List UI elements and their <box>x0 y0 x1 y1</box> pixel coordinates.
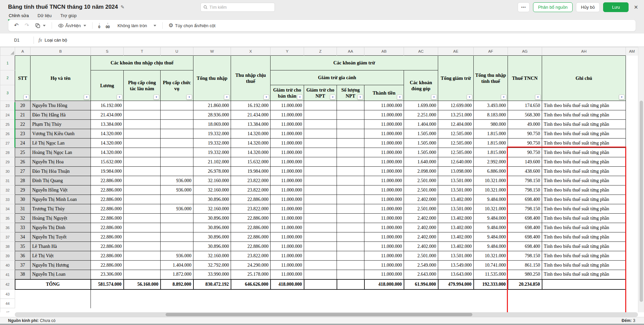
empty-cell[interactable] <box>626 157 638 167</box>
salary-cell[interactable]: 19.984.000 <box>91 167 124 176</box>
total-deduction-cell[interactable]: 13.643.000 <box>438 270 474 279</box>
header-assessable-income[interactable]: Tổng thu nhập tính thuế▼ <box>474 56 508 101</box>
dependent-deduction-cell[interactable] <box>304 242 337 251</box>
dependent-deduction-cell[interactable] <box>304 157 337 167</box>
dependent-count-cell[interactable] <box>337 232 364 242</box>
contributions-cell[interactable]: 1.404.000 <box>404 120 438 129</box>
row-number[interactable]: 2 <box>0 70 15 85</box>
allowance-seniority-cell[interactable] <box>124 185 161 195</box>
total-income-cell[interactable]: 830.472.192 <box>193 279 231 289</box>
pit-cell[interactable]: 90.750 <box>508 129 542 139</box>
stt-cell[interactable]: 23 <box>15 129 31 139</box>
stt-cell[interactable]: 36 <box>15 251 31 261</box>
note-cell[interactable]: Tính theo biểu thuế suất từng phần <box>542 148 626 157</box>
empty-cell[interactable] <box>626 270 638 279</box>
row-number[interactable]: 44 <box>0 299 15 308</box>
amount-cell[interactable]: 11.000.000 <box>364 204 404 214</box>
dependent-count-cell[interactable] <box>337 101 364 110</box>
allowance-position-cell[interactable] <box>161 214 193 223</box>
pit-cell[interactable]: 798.150 <box>508 204 542 214</box>
hide-show-button[interactable]: Ẩn/Hiện <box>56 22 89 30</box>
pit-cell[interactable]: 980.250 <box>508 270 542 279</box>
vertical-scrollbar[interactable] <box>638 47 644 312</box>
dependent-count-cell[interactable] <box>337 139 364 148</box>
contributions-cell[interactable]: 1.505.000 <box>404 139 438 148</box>
filter-icon[interactable]: ▼ <box>264 95 269 100</box>
contributions-cell[interactable]: 2.501.000 <box>404 176 438 185</box>
taxable-income-cell[interactable]: 23.822.000 <box>231 204 271 214</box>
column-header-AM[interactable]: AM <box>626 47 638 56</box>
filter-icon[interactable]: ▼ <box>154 95 159 100</box>
total-deduction-cell[interactable]: 13.501.000 <box>438 185 474 195</box>
name-cell[interactable]: Nguyễn Thị Dinh <box>31 223 91 232</box>
allowance-seniority-cell[interactable] <box>124 176 161 185</box>
stt-cell[interactable]: 35 <box>15 242 31 251</box>
allowance-position-cell[interactable] <box>161 167 193 176</box>
assessable-income-cell[interactable]: 10.321.000 <box>474 204 508 214</box>
stt-cell[interactable]: 27 <box>15 167 31 176</box>
empty-cell[interactable] <box>91 299 638 308</box>
note-cell[interactable]: Tính theo biểu thuế suất từng phần <box>542 110 626 120</box>
name-cell[interactable]: Phạm Thị Thủy <box>31 120 91 129</box>
name-cell[interactable]: Vương Thị Kiều Oanh <box>31 129 91 139</box>
row-number[interactable]: 30 <box>0 167 15 176</box>
name-cell[interactable]: Nguyễn Hồng Việt <box>31 185 91 195</box>
row-number[interactable]: 26 <box>0 129 15 139</box>
dependent-deduction-cell[interactable] <box>304 148 337 157</box>
note-cell[interactable]: Tính theo biểu thuế suất từng phần <box>542 232 626 242</box>
self-deduction-cell[interactable]: 11.000.000 <box>271 251 304 261</box>
name-cell[interactable]: Trương Thị Thủy <box>31 204 91 214</box>
empty-cell[interactable] <box>91 289 638 299</box>
row-number[interactable]: 23 <box>0 101 15 110</box>
total-deduction-cell[interactable]: 13.402.000 <box>438 195 474 204</box>
empty-cell[interactable] <box>15 308 638 313</box>
name-cell[interactable]: Nguyễn Thị Minh Loan <box>31 195 91 204</box>
column-header-AB[interactable]: AB <box>364 47 404 56</box>
total-income-cell[interactable]: 19.332.000 <box>193 129 231 139</box>
dependent-deduction-cell[interactable] <box>304 261 337 270</box>
assessable-income-cell[interactable]: 9.484.000 <box>474 223 508 232</box>
allowance-position-cell[interactable]: 936.000 <box>161 185 193 195</box>
contributions-cell[interactable]: 1.505.000 <box>404 148 438 157</box>
pit-cell[interactable]: 90.750 <box>508 148 542 157</box>
assessable-income-cell[interactable]: 9.484.000 <box>474 214 508 223</box>
save-button[interactable]: Lưu <box>603 2 629 12</box>
empty-cell[interactable] <box>15 299 91 308</box>
total-deduction-cell[interactable]: 12.404.000 <box>438 120 474 129</box>
row-number[interactable]: 31 <box>0 176 15 185</box>
self-deduction-cell[interactable]: 11.000.000 <box>271 185 304 195</box>
total-deduction-cell[interactable]: 12.505.000 <box>438 139 474 148</box>
assessable-income-cell[interactable]: 8.183.000 <box>474 110 508 120</box>
copy-format-button[interactable] <box>33 22 48 30</box>
dependent-deduction-cell[interactable] <box>304 167 337 176</box>
empty-cell[interactable] <box>626 129 638 139</box>
note-cell[interactable]: Tính theo biểu thuế suất từng phần <box>542 261 626 270</box>
empty-cell[interactable] <box>626 214 638 223</box>
stt-cell[interactable]: 25 <box>15 148 31 157</box>
note-cell[interactable]: Tính theo biểu thuế suất từng phần <box>542 270 626 279</box>
assessable-income-cell[interactable]: 2.992.000 <box>474 157 508 167</box>
allowance-seniority-cell[interactable] <box>124 110 161 120</box>
stt-cell[interactable]: 26 <box>15 157 31 167</box>
stt-cell[interactable]: 37 <box>15 261 31 270</box>
total-salary-cell[interactable]: 581.574.000 <box>91 279 124 289</box>
edit-title-icon[interactable]: ✎ <box>121 4 125 10</box>
header-allowance-position[interactable]: Phụ cấp chức vụ▼ <box>161 70 193 101</box>
salary-cell[interactable]: 22.886.000 <box>91 176 124 185</box>
dependent-count-cell[interactable] <box>337 261 364 270</box>
column-header-AC[interactable]: AC <box>404 47 438 56</box>
allowance-seniority-cell[interactable] <box>124 261 161 270</box>
filter-icon[interactable]: ▼ <box>431 95 437 100</box>
total-deduction-cell[interactable]: 13.402.000 <box>438 242 474 251</box>
total-income-cell[interactable]: 30.896.000 <box>193 214 231 223</box>
contributions-cell[interactable]: 2.501.000 <box>404 251 438 261</box>
name-cell[interactable]: Nguyễn Thị Hoa <box>31 157 91 167</box>
pit-cell[interactable]: 149.600 <box>508 157 542 167</box>
filter-icon[interactable]: ▼ <box>330 95 336 100</box>
dependent-deduction-cell[interactable] <box>304 270 337 279</box>
horizontal-scrollbar-thumb[interactable] <box>166 313 472 316</box>
self-deduction-cell[interactable]: 11.000.000 <box>271 167 304 176</box>
pit-cell[interactable]: 798.150 <box>508 251 542 261</box>
allowance-position-cell[interactable]: 936.000 <box>161 204 193 214</box>
total-deduction-cell[interactable]: 479.994.000 <box>438 279 474 289</box>
